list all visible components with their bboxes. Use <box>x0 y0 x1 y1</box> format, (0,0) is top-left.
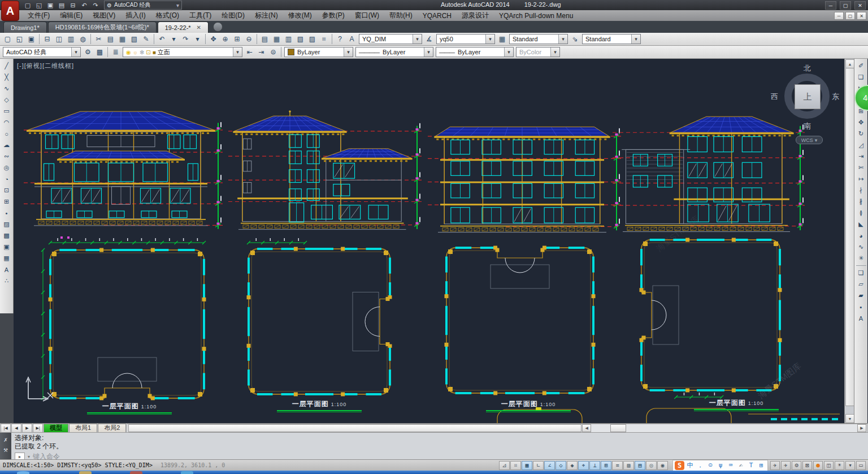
copy-clip-icon[interactable]: ▤ <box>105 33 116 45</box>
restore-button[interactable]: ▢ <box>840 1 851 10</box>
markup-icon[interactable]: ▨ <box>306 33 318 45</box>
transparency-toggle[interactable]: ▨ <box>623 461 634 470</box>
blend-icon[interactable]: ∿ <box>855 242 867 252</box>
gradient-icon[interactable]: ▩ <box>1 230 12 241</box>
tab-first-button[interactable]: |◀ <box>1 424 11 433</box>
layer-on-icon[interactable]: ◉ <box>126 49 131 55</box>
redo-list-icon[interactable]: ▾ <box>192 33 203 45</box>
layer-previous-icon[interactable]: ⇤ <box>244 46 255 58</box>
tab-prev-button[interactable]: ◀ <box>11 424 21 433</box>
draworder-front-icon[interactable]: ❏ <box>855 268 867 278</box>
chevron-down-icon[interactable]: ▾ <box>71 48 80 57</box>
chevron-down-icon[interactable]: ▾ <box>413 35 422 44</box>
redo-icon[interactable]: ↷ <box>180 33 192 45</box>
zoom-realtime-icon[interactable]: ⊕ <box>219 33 231 45</box>
erase-icon[interactable]: ✐ <box>855 61 867 71</box>
menu-item-6[interactable]: 绘图(D) <box>216 10 250 21</box>
tab-last-button[interactable]: ▶| <box>33 424 43 433</box>
save-icon[interactable]: ▣ <box>45 1 55 10</box>
layer-lock-icon[interactable]: ⊡ <box>146 49 150 55</box>
fillet-icon[interactable]: ◕ <box>855 230 867 241</box>
layer-states-icon[interactable]: ⊜ <box>267 46 279 58</box>
viewcube-north[interactable]: 北 <box>804 63 811 74</box>
text-to-front-icon[interactable]: A <box>855 313 867 324</box>
ellipse-icon[interactable]: ◎ <box>1 162 12 173</box>
infer-constraints-toggle[interactable]: ⊿ <box>499 461 510 470</box>
file-tab-0[interactable]: Drawing1* <box>3 21 47 33</box>
make-block-icon[interactable]: ⊞ <box>1 196 12 207</box>
horizontal-scrollbar[interactable]: ◀ ▶ <box>127 424 867 433</box>
polygon-icon[interactable]: ◇ <box>1 94 12 105</box>
mtext-icon[interactable]: A <box>1 264 12 275</box>
coordinates-readout[interactable]: 13899.2, 3610.1 , 0 <box>160 462 225 468</box>
multileader-style-combo[interactable]: Standard▾ <box>582 34 641 44</box>
menu-item-9[interactable]: 参数(P) <box>317 10 350 21</box>
polar-toggle[interactable]: ∠ <box>544 461 555 470</box>
plot-style-combo[interactable]: ByColor▾ <box>516 47 560 57</box>
menu-item-0[interactable]: 文件(F) <box>23 10 55 21</box>
osnap-toggle[interactable]: ◇ <box>555 461 566 470</box>
properties-icon[interactable]: ▤ <box>259 33 271 45</box>
help-icon[interactable]: ? <box>334 33 346 45</box>
new-icon[interactable]: ▢ <box>2 33 14 45</box>
text-style-combo[interactable]: YQ_DIM▾ <box>359 34 422 44</box>
paste-special-icon[interactable]: ▧ <box>128 33 140 45</box>
annotation-scale-icon[interactable]: ✈ <box>770 461 780 470</box>
chevron-down-icon[interactable]: ▾ <box>558 35 567 44</box>
rotate-icon[interactable]: ↻ <box>855 128 867 139</box>
revision-cloud-icon[interactable]: ☁ <box>1 140 12 150</box>
chevron-down-icon[interactable]: ▾ <box>233 48 242 57</box>
chevron-down-icon[interactable]: ▾ <box>424 48 433 57</box>
close-button[interactable]: ✕ <box>857 12 866 20</box>
scale-icon[interactable]: ◿ <box>855 140 867 150</box>
trim-icon[interactable]: ✄ <box>855 162 867 173</box>
menu-item-12[interactable]: YQARCH <box>418 11 457 21</box>
plot-icon[interactable]: ⊟ <box>41 33 53 45</box>
draworder-under-icon[interactable]: ▪ <box>855 301 867 312</box>
viewcube-south[interactable]: 南 <box>804 121 811 131</box>
explode-icon[interactable]: ✳ <box>855 253 867 264</box>
scroll-right-icon[interactable]: ▶ <box>857 424 866 432</box>
chevron-down-icon[interactable]: ▾ <box>504 48 513 57</box>
cut-icon[interactable]: ✂ <box>93 33 105 45</box>
layer-thaw-icon[interactable]: ☼ <box>133 49 138 55</box>
ime-language-icon[interactable]: 中 <box>685 461 695 469</box>
layout-tab-0[interactable]: 模型 <box>44 424 68 433</box>
workspace-switching-icon[interactable]: ⚙ <box>792 461 801 470</box>
menu-item-14[interactable]: YQArch Pull-down Menu <box>494 11 578 21</box>
draworder-above-icon[interactable]: ▰ <box>855 290 867 301</box>
circle-icon[interactable]: ○ <box>1 128 12 139</box>
chevron-down-icon[interactable]: ▾ <box>176 2 179 8</box>
join-icon[interactable]: ≬ <box>855 208 867 218</box>
vertical-scroll-thumb[interactable] <box>845 68 854 406</box>
file-tab-2[interactable]: 19-2-22-*✕ <box>158 21 209 33</box>
layer-freeze-vp-icon[interactable]: ✻ <box>140 49 144 55</box>
save-icon[interactable]: ▣ <box>25 33 37 45</box>
hardware-accel-icon[interactable]: ☀ <box>835 461 844 470</box>
workspace-settings-icon[interactable]: ⚙ <box>82 46 94 58</box>
table-style-combo[interactable]: Standard▾ <box>509 34 568 44</box>
tray-menu-icon[interactable]: ▾ <box>845 461 855 470</box>
table-style-icon[interactable]: ▦ <box>496 33 508 45</box>
minimize-button[interactable]: ─ <box>825 1 836 10</box>
application-status-icon[interactable]: ◫ <box>824 461 834 470</box>
line-icon[interactable]: ╱ <box>1 61 12 71</box>
otrack-toggle[interactable]: ⌖ <box>578 461 589 470</box>
sogou-logo-icon[interactable]: S <box>675 461 684 470</box>
designcenter-icon[interactable]: ▦ <box>271 33 283 45</box>
ime-emoji-icon[interactable]: ☺ <box>706 461 715 469</box>
horizontal-scroll-thumb-2[interactable] <box>610 424 626 432</box>
export-dwf-icon[interactable]: ◍ <box>77 33 89 45</box>
menu-item-3[interactable]: 插入(I) <box>120 10 150 21</box>
annotation-monitor-toggle[interactable]: ◉ <box>657 461 668 470</box>
ime-skin-icon[interactable]: T <box>747 461 756 469</box>
insert-block-icon[interactable]: ⊡ <box>1 185 12 196</box>
selection-cycling-toggle[interactable]: ◎ <box>646 461 657 470</box>
tab-next-button[interactable]: ▶ <box>22 424 32 433</box>
autocad-logo-icon[interactable]: A <box>1 1 19 21</box>
sheet-set-manager-icon[interactable]: ▧ <box>294 33 306 45</box>
annotation-visibility-icon[interactable]: ✈ <box>781 461 791 470</box>
ime-toolbox-icon[interactable]: ⊞ <box>757 461 766 469</box>
quick-properties-toggle[interactable]: ▤ <box>635 461 645 470</box>
dim-style-icon[interactable]: ∡ <box>423 33 435 45</box>
